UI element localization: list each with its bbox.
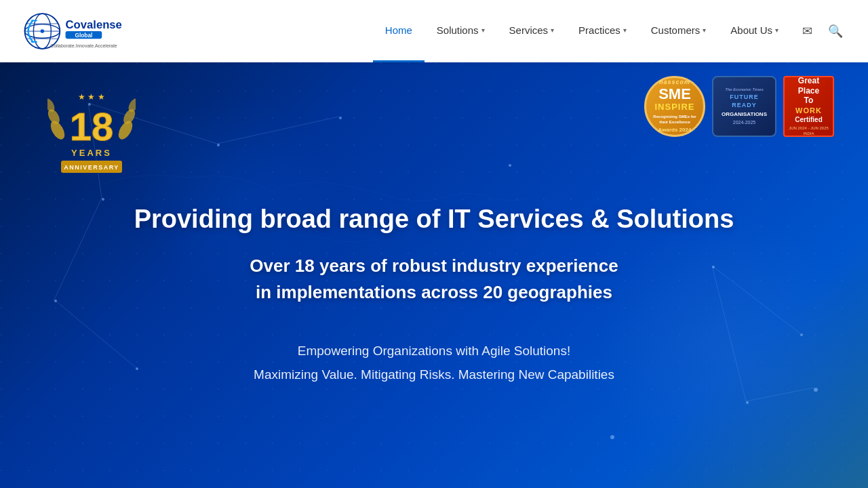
awards-row: nasscom SME INSPIRE Recognizing SMEs for… bbox=[644, 76, 834, 137]
future-ready-et-label: The Economic Times bbox=[725, 87, 763, 93]
great-place-badge: GreatPlaceTo WORK Certified JUN 2024 - J… bbox=[783, 76, 834, 137]
email-icon[interactable]: ✉ bbox=[795, 19, 819, 43]
svg-text:Covalense: Covalense bbox=[66, 18, 122, 31]
hero-text-area: Providing broad range of IT Services & S… bbox=[80, 205, 789, 386]
nav-solutions-label: Solutions bbox=[437, 24, 479, 36]
nasscom-sme-label: SME bbox=[658, 87, 691, 102]
nav-practices[interactable]: Practices ▾ bbox=[566, 0, 639, 62]
hero-title: Providing broad range of IT Services & S… bbox=[134, 205, 734, 234]
future-ready-org-label: ORGANISATIONS bbox=[722, 111, 767, 118]
great-place-date-label: JUN 2024 - JUN 2025INDIA bbox=[789, 126, 829, 137]
svg-text:★ ★ ★: ★ ★ ★ bbox=[78, 92, 105, 102]
chevron-down-icon: ▾ bbox=[623, 26, 627, 34]
nav-home-label: Home bbox=[385, 24, 412, 36]
chevron-down-icon: ▾ bbox=[551, 26, 554, 34]
chevron-down-icon: ▾ bbox=[481, 26, 485, 34]
nasscom-sub-label: Recognizing SMEs fortheir Excellence bbox=[653, 115, 696, 125]
nav-services-label: Services bbox=[509, 24, 549, 36]
nav-customers[interactable]: Customers ▾ bbox=[639, 0, 719, 62]
hero-tagline-line2: Maximizing Value. Mitigating Risks. Mast… bbox=[254, 367, 614, 382]
chevron-down-icon: ▾ bbox=[775, 26, 778, 34]
nav-services[interactable]: Services ▾ bbox=[497, 0, 567, 62]
nav-about-label: About Us bbox=[730, 24, 772, 36]
nasscom-inspire-label: INSPIRE bbox=[654, 102, 694, 113]
chevron-down-icon: ▾ bbox=[703, 26, 706, 34]
great-place-work-label: WORK bbox=[795, 106, 822, 115]
great-place-top-label: GreatPlaceTo bbox=[798, 76, 819, 105]
svg-text:ANNIVERSARY: ANNIVERSARY bbox=[64, 164, 119, 171]
hero-section: ★ ★ ★ 18 YEARS ANNIVERSARY nasscom SME I… bbox=[0, 62, 868, 488]
nav-solutions[interactable]: Solutions ▾ bbox=[425, 0, 497, 62]
hero-tagline-line1: Empowering Organizations with Agile Solu… bbox=[298, 344, 570, 358]
navbar: Covalense Global Collaborate.Innovate.Ac… bbox=[0, 0, 868, 62]
svg-text:18: 18 bbox=[70, 104, 114, 148]
hero-tagline: Empowering Organizations with Agile Solu… bbox=[134, 340, 734, 386]
svg-text:Collaborate.Innovate.Accelerat: Collaborate.Innovate.Accelerate bbox=[50, 43, 117, 48]
hero-subtitle-line2: in implementations across 20 geographies bbox=[256, 282, 612, 302]
future-ready-top-label: FUTURE bbox=[730, 94, 759, 102]
nav-customers-label: Customers bbox=[651, 24, 701, 36]
great-place-certified-label: Certified bbox=[795, 115, 823, 124]
hero-subtitle-line1: Over 18 years of robust industry experie… bbox=[250, 256, 618, 276]
svg-text:Global: Global bbox=[75, 32, 92, 39]
nasscom-award-badge: nasscom SME INSPIRE Recognizing SMEs for… bbox=[644, 76, 705, 137]
logo-area[interactable]: Covalense Global Collaborate.Innovate.Ac… bbox=[20, 9, 146, 54]
nasscom-year-label: Awards 2024 bbox=[658, 127, 692, 134]
future-ready-mid-label: READY bbox=[732, 102, 757, 110]
svg-point-6 bbox=[41, 29, 45, 33]
nav-practices-label: Practices bbox=[578, 24, 620, 36]
nav-about[interactable]: About Us ▾ bbox=[718, 0, 791, 62]
future-ready-badge: The Economic Times FUTURE READY ORGANISA… bbox=[712, 76, 776, 137]
anniversary-badge: ★ ★ ★ 18 YEARS ANNIVERSARY bbox=[47, 83, 136, 178]
search-icon[interactable]: 🔍 bbox=[823, 19, 848, 43]
nav-links: Home Solutions ▾ Services ▾ Practices ▾ … bbox=[373, 0, 848, 62]
svg-text:YEARS: YEARS bbox=[71, 148, 112, 158]
future-ready-year-label: 2024-2025 bbox=[733, 119, 755, 125]
hero-subtitle: Over 18 years of robust industry experie… bbox=[134, 253, 734, 306]
nav-home[interactable]: Home bbox=[373, 0, 425, 62]
